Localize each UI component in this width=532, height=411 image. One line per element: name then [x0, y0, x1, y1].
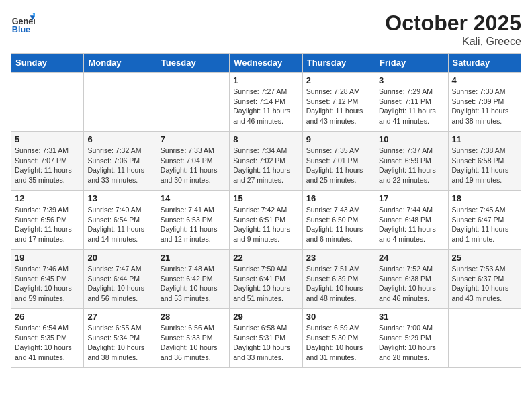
- day-number: 26: [15, 312, 80, 322]
- day-number: 27: [87, 312, 152, 322]
- day-info: Sunrise: 6:58 AM Sunset: 5:31 PM Dayligh…: [233, 323, 298, 363]
- day-number: 14: [161, 193, 226, 203]
- day-number: 5: [15, 134, 80, 144]
- day-number: 16: [306, 193, 371, 203]
- day-number: 1: [233, 75, 298, 85]
- calendar-cell: 6Sunrise: 7:32 AM Sunset: 7:06 PM Daylig…: [84, 132, 157, 191]
- day-number: 31: [379, 312, 444, 322]
- calendar-cell: 18Sunrise: 7:45 AM Sunset: 6:47 PM Dayli…: [448, 191, 521, 250]
- day-number: 20: [87, 253, 152, 263]
- svg-text:Blue: Blue: [12, 25, 30, 34]
- calendar-cell: 9Sunrise: 7:35 AM Sunset: 7:01 PM Daylig…: [302, 132, 375, 191]
- title-block: October 2025 Kali, Greece: [385, 11, 521, 48]
- day-number: 30: [306, 312, 371, 322]
- day-number: 8: [233, 134, 298, 144]
- calendar-cell: 3Sunrise: 7:29 AM Sunset: 7:11 PM Daylig…: [375, 73, 448, 132]
- day-info: Sunrise: 7:33 AM Sunset: 7:04 PM Dayligh…: [161, 146, 226, 185]
- calendar-cell: [157, 73, 229, 132]
- day-number: 10: [379, 134, 444, 144]
- day-info: Sunrise: 7:53 AM Sunset: 6:37 PM Dayligh…: [452, 264, 517, 304]
- calendar-cell: 25Sunrise: 7:53 AM Sunset: 6:37 PM Dayli…: [448, 250, 521, 309]
- day-info: Sunrise: 7:44 AM Sunset: 6:48 PM Dayligh…: [379, 205, 444, 244]
- day-number: 17: [379, 193, 444, 203]
- day-info: Sunrise: 7:27 AM Sunset: 7:14 PM Dayligh…: [233, 87, 298, 126]
- calendar-cell: 28Sunrise: 6:56 AM Sunset: 5:33 PM Dayli…: [157, 309, 229, 368]
- day-number: 18: [452, 193, 517, 203]
- week-row-4: 19Sunrise: 7:46 AM Sunset: 6:45 PM Dayli…: [11, 250, 521, 309]
- calendar-cell: [11, 73, 84, 132]
- day-number: 12: [15, 193, 80, 203]
- day-info: Sunrise: 7:50 AM Sunset: 6:41 PM Dayligh…: [233, 264, 298, 304]
- day-number: 25: [452, 253, 517, 263]
- week-row-5: 26Sunrise: 6:54 AM Sunset: 5:35 PM Dayli…: [11, 309, 521, 368]
- day-number: 13: [87, 193, 152, 203]
- day-number: 2: [306, 75, 371, 85]
- calendar-cell: 15Sunrise: 7:42 AM Sunset: 6:51 PM Dayli…: [230, 191, 302, 250]
- day-number: 15: [233, 193, 298, 203]
- col-header-monday: Monday: [84, 54, 157, 73]
- day-number: 23: [306, 253, 371, 263]
- location: Kali, Greece: [385, 36, 521, 48]
- day-info: Sunrise: 7:35 AM Sunset: 7:01 PM Dayligh…: [306, 146, 371, 185]
- col-header-saturday: Saturday: [448, 54, 521, 73]
- calendar-cell: 16Sunrise: 7:43 AM Sunset: 6:50 PM Dayli…: [302, 191, 375, 250]
- day-info: Sunrise: 7:39 AM Sunset: 6:56 PM Dayligh…: [15, 205, 80, 244]
- calendar-cell: [448, 309, 521, 368]
- col-header-friday: Friday: [375, 54, 448, 73]
- page-header: General Blue October 2025 Kali, Greece: [11, 11, 521, 48]
- week-row-2: 5Sunrise: 7:31 AM Sunset: 7:07 PM Daylig…: [11, 132, 521, 191]
- day-info: Sunrise: 7:28 AM Sunset: 7:12 PM Dayligh…: [306, 87, 371, 126]
- day-number: 3: [379, 75, 444, 85]
- col-header-sunday: Sunday: [11, 54, 84, 73]
- day-number: 7: [161, 134, 226, 144]
- day-number: 24: [379, 253, 444, 263]
- calendar-cell: 10Sunrise: 7:37 AM Sunset: 6:59 PM Dayli…: [375, 132, 448, 191]
- day-number: 21: [161, 253, 226, 263]
- calendar-cell: 22Sunrise: 7:50 AM Sunset: 6:41 PM Dayli…: [230, 250, 302, 309]
- calendar-cell: 7Sunrise: 7:33 AM Sunset: 7:04 PM Daylig…: [157, 132, 229, 191]
- calendar-cell: 30Sunrise: 6:59 AM Sunset: 5:30 PM Dayli…: [302, 309, 375, 368]
- day-number: 19: [15, 253, 80, 263]
- calendar-cell: 4Sunrise: 7:30 AM Sunset: 7:09 PM Daylig…: [448, 73, 521, 132]
- calendar-cell: 5Sunrise: 7:31 AM Sunset: 7:07 PM Daylig…: [11, 132, 84, 191]
- day-info: Sunrise: 7:32 AM Sunset: 7:06 PM Dayligh…: [87, 146, 152, 185]
- day-info: Sunrise: 7:38 AM Sunset: 6:58 PM Dayligh…: [452, 146, 517, 185]
- calendar-cell: 31Sunrise: 7:00 AM Sunset: 5:29 PM Dayli…: [375, 309, 448, 368]
- day-info: Sunrise: 7:47 AM Sunset: 6:44 PM Dayligh…: [87, 264, 152, 304]
- day-info: Sunrise: 7:46 AM Sunset: 6:45 PM Dayligh…: [15, 264, 80, 304]
- calendar-cell: 19Sunrise: 7:46 AM Sunset: 6:45 PM Dayli…: [11, 250, 84, 309]
- col-header-thursday: Thursday: [302, 54, 375, 73]
- day-number: 4: [452, 75, 517, 85]
- calendar-cell: 8Sunrise: 7:34 AM Sunset: 7:02 PM Daylig…: [230, 132, 302, 191]
- calendar-cell: 11Sunrise: 7:38 AM Sunset: 6:58 PM Dayli…: [448, 132, 521, 191]
- day-info: Sunrise: 7:45 AM Sunset: 6:47 PM Dayligh…: [452, 205, 517, 244]
- day-number: 11: [452, 134, 517, 144]
- col-header-tuesday: Tuesday: [157, 54, 229, 73]
- calendar-cell: 12Sunrise: 7:39 AM Sunset: 6:56 PM Dayli…: [11, 191, 84, 250]
- day-info: Sunrise: 6:56 AM Sunset: 5:33 PM Dayligh…: [161, 323, 226, 363]
- day-info: Sunrise: 7:34 AM Sunset: 7:02 PM Dayligh…: [233, 146, 298, 185]
- day-info: Sunrise: 7:48 AM Sunset: 6:42 PM Dayligh…: [161, 264, 226, 304]
- calendar-cell: 26Sunrise: 6:54 AM Sunset: 5:35 PM Dayli…: [11, 309, 84, 368]
- day-info: Sunrise: 7:42 AM Sunset: 6:51 PM Dayligh…: [233, 205, 298, 244]
- calendar-cell: [84, 73, 157, 132]
- calendar-cell: 17Sunrise: 7:44 AM Sunset: 6:48 PM Dayli…: [375, 191, 448, 250]
- calendar-cell: 21Sunrise: 7:48 AM Sunset: 6:42 PM Dayli…: [157, 250, 229, 309]
- calendar-table: SundayMondayTuesdayWednesdayThursdayFrid…: [11, 53, 521, 368]
- calendar-header-row: SundayMondayTuesdayWednesdayThursdayFrid…: [11, 54, 521, 73]
- day-info: Sunrise: 7:41 AM Sunset: 6:53 PM Dayligh…: [161, 205, 226, 244]
- calendar-cell: 13Sunrise: 7:40 AM Sunset: 6:54 PM Dayli…: [84, 191, 157, 250]
- calendar-cell: 23Sunrise: 7:51 AM Sunset: 6:39 PM Dayli…: [302, 250, 375, 309]
- calendar-cell: 14Sunrise: 7:41 AM Sunset: 6:53 PM Dayli…: [157, 191, 229, 250]
- col-header-wednesday: Wednesday: [230, 54, 302, 73]
- day-info: Sunrise: 6:54 AM Sunset: 5:35 PM Dayligh…: [15, 323, 80, 363]
- day-number: 22: [233, 253, 298, 263]
- logo: General Blue: [11, 11, 38, 35]
- day-info: Sunrise: 7:37 AM Sunset: 6:59 PM Dayligh…: [379, 146, 444, 185]
- day-info: Sunrise: 7:30 AM Sunset: 7:09 PM Dayligh…: [452, 87, 517, 126]
- day-number: 28: [161, 312, 226, 322]
- calendar-cell: 27Sunrise: 6:55 AM Sunset: 5:34 PM Dayli…: [84, 309, 157, 368]
- day-info: Sunrise: 7:52 AM Sunset: 6:38 PM Dayligh…: [379, 264, 444, 304]
- week-row-3: 12Sunrise: 7:39 AM Sunset: 6:56 PM Dayli…: [11, 191, 521, 250]
- day-info: Sunrise: 7:00 AM Sunset: 5:29 PM Dayligh…: [379, 323, 444, 363]
